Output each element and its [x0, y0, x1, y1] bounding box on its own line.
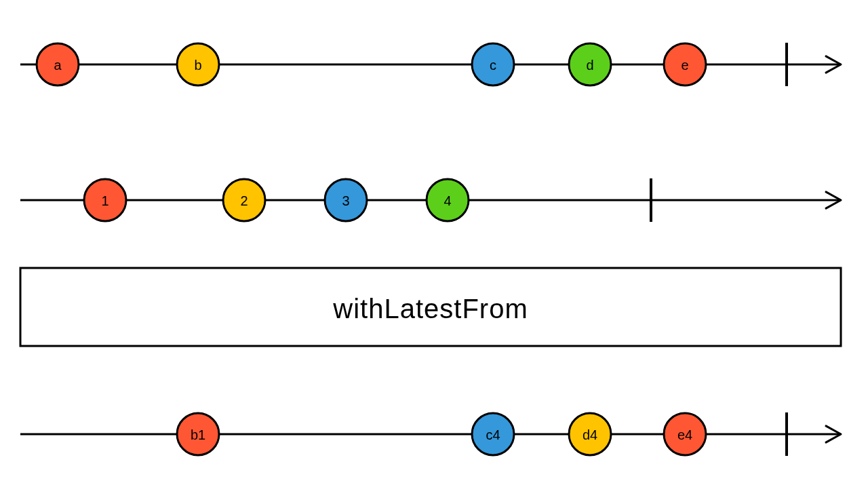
marble-output-d4: d4 [569, 413, 611, 455]
marble-label: b1 [191, 427, 205, 442]
marble-output-e4: e4 [664, 413, 706, 455]
marble-label: e [681, 58, 688, 73]
marble-label: 1 [101, 193, 108, 208]
marble-label: e4 [677, 427, 692, 442]
marble-label: 3 [342, 193, 349, 208]
marble-label: a [54, 58, 62, 73]
marble-label: b [194, 58, 201, 73]
marble-source-b: b [177, 43, 219, 85]
marble-other-4: 4 [427, 179, 469, 221]
marble-other-3: 3 [325, 179, 367, 221]
marble-source-c: c [472, 43, 514, 85]
marble-label: d [586, 58, 593, 73]
marble-label: c4 [486, 427, 500, 442]
marble-other-1: 1 [84, 179, 126, 221]
marble-output-c4: c4 [472, 413, 514, 455]
marble-label: c [490, 58, 496, 73]
marble-source-d: d [569, 43, 611, 85]
marble-output-b1: b1 [177, 413, 219, 455]
marble-diagram: abcde1234b1c4d4e4withLatestFrom [0, 0, 868, 502]
marble-other-2: 2 [223, 179, 265, 221]
marble-source-e: e [664, 43, 706, 85]
marble-label: 2 [240, 193, 248, 208]
marble-label: 4 [443, 193, 451, 208]
marble-label: d4 [583, 427, 597, 442]
operator-label: withLatestFrom [332, 294, 528, 324]
marble-source-a: a [37, 43, 79, 85]
